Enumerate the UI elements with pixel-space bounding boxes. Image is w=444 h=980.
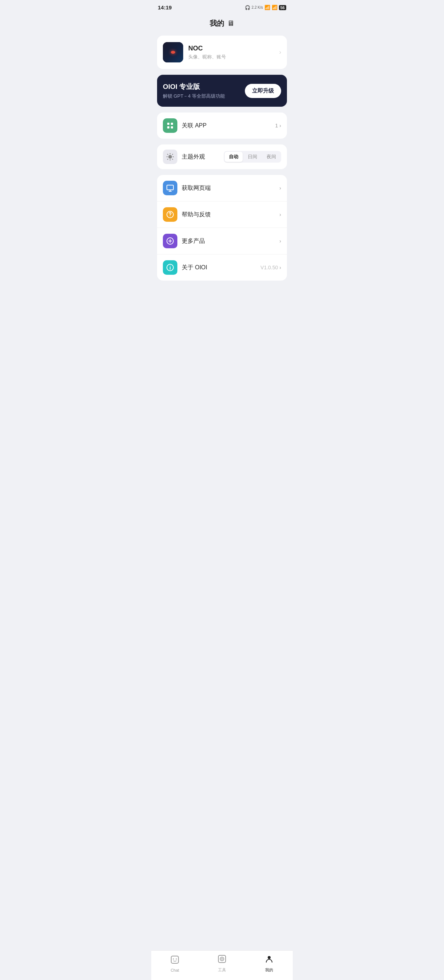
status-time: 14:19	[158, 4, 171, 11]
profile-card[interactable]: NOC 头像、昵称、账号 ›	[157, 35, 287, 69]
sun-icon	[166, 153, 174, 161]
web-chevron-icon: ›	[279, 185, 281, 191]
help-icon	[163, 207, 178, 222]
web-label: 获取网页端	[182, 185, 275, 192]
theme-option-auto[interactable]: 自动	[225, 152, 243, 162]
pro-text-block: OIOI 专业版 解锁 GPT－4 等全部高级功能	[163, 82, 225, 99]
info-icon	[166, 263, 174, 272]
theme-options: 自动 日间 夜间	[224, 151, 281, 162]
profile-name: NOC	[188, 45, 274, 52]
battery-indicator: 56	[279, 5, 286, 10]
pro-title: OIOI 专业版	[163, 82, 225, 91]
avatar-decoration	[171, 51, 175, 54]
svg-line-9	[167, 154, 168, 154]
about-icon	[163, 260, 178, 275]
more-label: 更多产品	[182, 237, 275, 245]
network-speed: 2.2 K/s	[252, 5, 263, 10]
status-icons: 🎧 2.2 K/s 📶 📶 56	[245, 5, 286, 10]
menu-item-more[interactable]: 更多产品 ›	[157, 228, 287, 255]
help-label: 帮助与反馈	[182, 211, 275, 218]
menu-items-card: 获取网页端 › 帮助与反馈 › 更多产品 ›	[157, 175, 287, 280]
monitor-icon: 🖥	[227, 19, 234, 28]
linked-app-label: 关联 APP	[182, 122, 271, 130]
svg-line-12	[167, 159, 168, 160]
pro-banner: OIOI 专业版 解锁 GPT－4 等全部高级功能 立即升级	[157, 75, 287, 107]
linked-app-card[interactable]: 关联 APP 1 ›	[157, 113, 287, 138]
theme-option-night[interactable]: 夜间	[262, 152, 281, 162]
help-chevron: ›	[279, 212, 281, 217]
linked-app-right: 1 ›	[275, 123, 281, 129]
svg-point-17	[170, 216, 170, 216]
about-right: V1.0.50 ›	[260, 265, 281, 270]
more-chevron: ›	[279, 238, 281, 244]
svg-point-22	[170, 266, 170, 266]
signal-4g-icon: 📶	[272, 5, 278, 10]
web-chevron: ›	[279, 185, 281, 191]
svg-line-11	[172, 154, 173, 154]
more-chevron-icon: ›	[279, 238, 281, 244]
question-icon	[166, 210, 174, 219]
svg-rect-1	[171, 123, 173, 125]
linked-app-chevron-icon: ›	[279, 123, 281, 129]
profile-chevron-icon: ›	[279, 49, 281, 56]
svg-rect-0	[167, 123, 170, 125]
help-chevron-icon: ›	[279, 212, 281, 217]
svg-rect-3	[171, 126, 173, 129]
profile-info: NOC 头像、昵称、账号	[188, 45, 274, 60]
profile-subtitle: 头像、昵称、账号	[188, 54, 274, 60]
theme-icon	[163, 150, 178, 164]
svg-line-10	[172, 159, 173, 160]
svg-rect-13	[167, 185, 173, 190]
about-chevron-icon: ›	[279, 265, 281, 270]
menu-item-about[interactable]: 关于 OIOI V1.0.50 ›	[157, 255, 287, 280]
page-title: 我的	[210, 19, 224, 28]
more-icon	[163, 234, 178, 248]
pro-subtitle: 解锁 GPT－4 等全部高级功能	[163, 93, 225, 99]
svg-point-4	[168, 155, 172, 159]
spacer	[151, 286, 293, 323]
theme-label: 主题外观	[182, 153, 219, 161]
page-title-row: 我的 🖥	[151, 13, 293, 35]
linked-app-icon	[163, 118, 178, 133]
linked-app-item[interactable]: 关联 APP 1 ›	[157, 113, 287, 138]
status-bar: 14:19 🎧 2.2 K/s 📶 📶 56	[151, 0, 293, 13]
theme-option-day[interactable]: 日间	[243, 152, 262, 162]
about-label: 关于 OIOI	[182, 264, 256, 272]
version-text: V1.0.50	[260, 265, 278, 270]
monitor-icon	[166, 184, 174, 192]
avatar	[163, 42, 183, 62]
menu-item-help[interactable]: 帮助与反馈 ›	[157, 202, 287, 228]
bluetooth-icon: 🎧	[245, 5, 250, 10]
menu-item-web[interactable]: 获取网页端 ›	[157, 175, 287, 202]
apps-grid-icon	[166, 121, 174, 130]
plus-icon	[166, 237, 174, 245]
linked-app-count: 1	[275, 123, 278, 129]
theme-card: 主题外观 自动 日间 夜间	[157, 145, 287, 169]
web-icon	[163, 181, 178, 195]
signal-icon: 📶	[265, 5, 270, 10]
upgrade-button[interactable]: 立即升级	[245, 84, 281, 98]
svg-rect-2	[167, 126, 170, 129]
